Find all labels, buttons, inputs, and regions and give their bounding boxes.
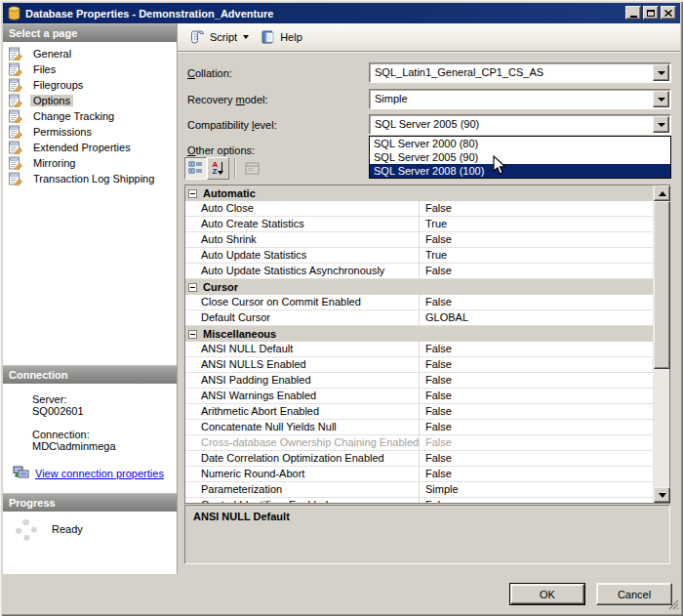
- page-pencil-icon: [9, 109, 24, 123]
- collapse-icon[interactable]: [188, 283, 197, 292]
- help-button[interactable]: Help: [255, 27, 308, 47]
- property-row[interactable]: ANSI Warnings EnabledFalse: [185, 389, 653, 404]
- sidebar-item-mirroring[interactable]: Mirroring: [3, 155, 177, 171]
- property-row[interactable]: Quoted Identifiers EnabledFalse: [185, 498, 653, 503]
- sidebar-item-files[interactable]: Files: [3, 62, 177, 77]
- property-value: False: [420, 373, 653, 389]
- property-name: Quoted Identifiers Enabled: [185, 498, 420, 503]
- property-row[interactable]: Auto Update Statistics AsynchronouslyFal…: [185, 264, 653, 279]
- view-connection-properties-link[interactable]: View connection properties: [35, 468, 164, 479]
- property-value: False: [420, 451, 653, 467]
- recovery-model-value: Simple: [375, 93, 408, 104]
- grid-category-row[interactable]: Automatic: [185, 185, 653, 201]
- progress-status: Ready: [52, 523, 83, 535]
- property-row[interactable]: ANSI NULL DefaultFalse: [185, 342, 653, 357]
- property-row[interactable]: ANSI Padding EnabledFalse: [185, 373, 653, 389]
- collapse-icon[interactable]: [188, 189, 197, 198]
- sidebar-item-label: Change Tracking: [30, 110, 117, 122]
- connection-properties-icon: [13, 466, 29, 480]
- maximize-button[interactable]: [643, 6, 659, 20]
- property-row[interactable]: Close Cursor on Commit EnabledFalse: [185, 295, 653, 310]
- grid-category-row[interactable]: Miscellaneous: [185, 326, 653, 342]
- scroll-up-button[interactable]: [654, 185, 670, 201]
- categorized-button[interactable]: [184, 157, 207, 180]
- property-value: False: [420, 295, 653, 310]
- property-row[interactable]: Concatenate Null Yields NullFalse: [185, 420, 653, 435]
- maximize-icon: [647, 10, 655, 17]
- collation-dropdown-button[interactable]: [653, 64, 669, 81]
- cancel-button[interactable]: Cancel: [596, 583, 672, 605]
- connection-value: MDC\adminmega: [32, 440, 177, 452]
- dropdown-option[interactable]: SQL Server 2000 (80): [370, 137, 670, 150]
- sidebar-item-extended-properties[interactable]: Extended Properties: [3, 140, 177, 155]
- compatibility-level-dropdown-button[interactable]: [653, 116, 669, 133]
- property-row[interactable]: Auto ShrinkFalse: [185, 232, 653, 248]
- property-value: False: [420, 404, 653, 420]
- property-value: False: [420, 264, 653, 279]
- collapse-icon[interactable]: [188, 330, 197, 339]
- close-button[interactable]: [661, 6, 676, 20]
- close-icon: [664, 10, 672, 17]
- property-name: Auto Shrink: [185, 232, 420, 248]
- property-name: Default Cursor: [185, 310, 420, 326]
- property-row[interactable]: Arithmetic Abort EnabledFalse: [185, 404, 653, 420]
- sidebar-item-permissions[interactable]: Permissions: [3, 124, 177, 140]
- property-description-panel: ANSI NULL Default: [184, 505, 670, 564]
- property-row[interactable]: Default CursorGLOBAL: [185, 310, 653, 326]
- page-pencil-icon: [9, 47, 24, 61]
- compatibility-level-dropdown-list: SQL Server 2000 (80)SQL Server 2005 (90)…: [369, 136, 671, 179]
- property-name: Cross-database Ownership Chaining Enable…: [185, 435, 420, 451]
- ok-button[interactable]: OK: [509, 583, 585, 605]
- sidebar-item-filegroups[interactable]: Filegroups: [3, 77, 177, 93]
- sidebar-item-label: Permissions: [30, 126, 95, 138]
- chevron-down-icon: [658, 123, 665, 127]
- property-row[interactable]: Auto Update StatisticsTrue: [185, 248, 653, 264]
- sidebar-item-options[interactable]: Options: [3, 93, 177, 108]
- collation-value: SQL_Latin1_General_CP1_CS_AS: [375, 66, 543, 78]
- page-pencil-icon: [9, 78, 24, 92]
- sidebar-item-transaction-log-shipping[interactable]: Transaction Log Shipping: [3, 171, 177, 186]
- recovery-model-dropdown-button[interactable]: [653, 91, 669, 107]
- scrollbar-thumb[interactable]: [654, 201, 670, 369]
- titlebar[interactable]: Database Properties - Demonstration_Adve…: [3, 3, 680, 23]
- script-button[interactable]: Script: [183, 27, 255, 47]
- grid-scrollbar[interactable]: [653, 185, 669, 503]
- minimize-icon: [630, 16, 637, 18]
- sidebar-item-label: Filegroups: [30, 79, 86, 91]
- sidebar-item-change-tracking[interactable]: Change Tracking: [3, 108, 177, 124]
- connection-label: Connection:: [32, 429, 177, 440]
- server-label: Server:: [32, 393, 177, 405]
- compatibility-level-label: Compatibility level:: [187, 119, 277, 131]
- property-row[interactable]: Cross-database Ownership Chaining Enable…: [185, 435, 653, 451]
- resize-grip[interactable]: [667, 598, 679, 612]
- property-name: Numeric Round-Abort: [185, 467, 420, 482]
- sidebar-item-label: Extended Properties: [30, 142, 134, 153]
- database-properties-dialog: Database Properties - Demonstration_Adve…: [0, 0, 683, 616]
- property-row[interactable]: Date Correlation Optimization EnabledFal…: [185, 451, 653, 467]
- property-pages-button: [241, 157, 263, 180]
- page-pencil-icon: [9, 94, 24, 107]
- alphabetical-sort-button[interactable]: AZ: [207, 157, 229, 180]
- compatibility-level-combobox[interactable]: SQL Server 2005 (90): [369, 114, 671, 135]
- property-row[interactable]: Auto Create StatisticsTrue: [185, 217, 653, 232]
- main-toolbar: Script Help: [178, 23, 680, 51]
- grid-category-row[interactable]: Cursor: [185, 279, 653, 295]
- property-row[interactable]: Auto CloseFalse: [185, 201, 653, 217]
- property-row[interactable]: Numeric Round-AbortFalse: [185, 467, 653, 482]
- dropdown-option[interactable]: SQL Server 2008 (100): [370, 164, 670, 178]
- property-row[interactable]: ParameterizationSimple: [185, 482, 653, 498]
- categorized-icon: [188, 160, 204, 176]
- database-icon: [8, 6, 20, 21]
- other-options-label: Other options:: [187, 144, 255, 156]
- dropdown-option[interactable]: SQL Server 2005 (90): [370, 150, 670, 164]
- property-value: False: [420, 435, 653, 451]
- collation-combobox[interactable]: SQL_Latin1_General_CP1_CS_AS: [369, 62, 671, 83]
- minimize-button[interactable]: [625, 6, 641, 20]
- scroll-down-button[interactable]: [654, 487, 670, 503]
- property-name: Auto Close: [185, 201, 420, 217]
- property-row[interactable]: ANSI NULLS EnabledFalse: [185, 357, 653, 373]
- page-pencil-icon: [9, 125, 24, 139]
- property-value: False: [420, 342, 653, 357]
- recovery-model-combobox[interactable]: Simple: [369, 89, 671, 109]
- sidebar-item-general[interactable]: General: [3, 46, 177, 62]
